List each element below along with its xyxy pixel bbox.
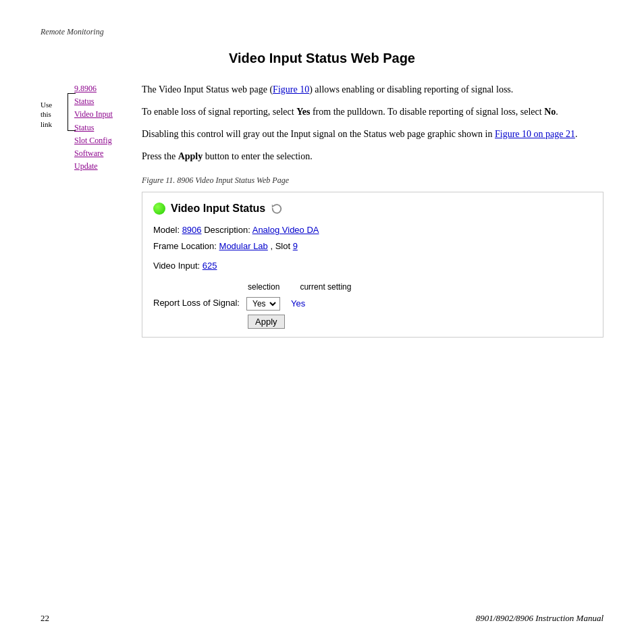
video-input-label: Video Input: xyxy=(153,261,203,271)
report-loss-label: Report Loss of Signal: xyxy=(153,298,246,309)
page-footer: 22 8901/8902/8906 Instruction Manual xyxy=(41,613,603,624)
figure-caption: Figure 11. 8906 Video Input Status Web P… xyxy=(142,174,603,186)
control-row: Report Loss of Signal: Yes No Yes xyxy=(153,297,592,311)
left-nav: Usethislink 9.8906 Status Video Input St… xyxy=(41,82,128,338)
webmockup-model-line: Model: 8906 Description: Analog Video DA xyxy=(153,223,592,237)
content-layout: Usethislink 9.8906 Status Video Input St… xyxy=(41,82,603,338)
nav-item-video-input-status[interactable]: Video Input Status xyxy=(74,108,128,134)
para-2: To enable loss of signal reporting, sele… xyxy=(142,105,603,119)
desc-label: Description: xyxy=(202,225,252,235)
para1-end: ) allows enabling or disabling reporting… xyxy=(309,84,513,95)
apply-button[interactable]: Apply xyxy=(248,315,285,329)
webmockup-title: Video Input Status xyxy=(171,200,265,217)
webmockup-title-row: Video Input Status xyxy=(153,200,592,217)
para-1: The Video Input Status web page (Figure … xyxy=(142,82,603,97)
right-content: The Video Input Status web page (Figure … xyxy=(142,82,603,338)
frame-link1[interactable]: Modular Lab xyxy=(219,241,268,251)
nav-item-slot-config[interactable]: Slot Config xyxy=(74,134,128,147)
col-selection: selection xyxy=(248,281,279,293)
use-this-link-label: Usethislink xyxy=(41,100,65,129)
footer-page-number: 22 xyxy=(41,613,49,624)
nav-bracket xyxy=(68,93,76,131)
page-title: Video Input Status Web Page xyxy=(41,51,603,66)
frame-slot: 9 xyxy=(293,241,298,251)
frame-mid: , Slot xyxy=(268,241,293,251)
nav-item-software-update[interactable]: Software Update xyxy=(74,147,128,173)
col-current: current setting xyxy=(300,281,351,293)
nav-item-status[interactable]: Status xyxy=(74,95,128,108)
current-value: Yes xyxy=(291,297,305,311)
figure10-link[interactable]: Figure 10 xyxy=(273,84,309,95)
footer-manual-title: 8901/8902/8906 Instruction Manual xyxy=(476,613,603,624)
model-value: 8906 xyxy=(182,225,202,235)
refresh-icon xyxy=(271,203,283,215)
nav-links: 9.8906 Status Video Input Status Slot Co… xyxy=(74,82,128,173)
yes-no-select[interactable]: Yes No xyxy=(248,298,278,309)
model-label: Model: xyxy=(153,225,182,235)
desc-value: Analog Video DA xyxy=(252,225,319,235)
page-container: Remote Monitoring Video Input Status Web… xyxy=(0,0,644,644)
column-headers: selection current setting xyxy=(248,281,592,293)
control-select-area: Yes No Yes xyxy=(246,297,305,311)
para1-text: The Video Input Status web page ( xyxy=(142,84,273,95)
frame-label: Frame Location: xyxy=(153,241,219,251)
figure10-page21-link[interactable]: Figure 10 on page 21 xyxy=(495,129,575,139)
para-4: Press the Apply button to enter the sele… xyxy=(142,149,603,163)
nav-item-8906[interactable]: 9.8906 xyxy=(74,82,128,95)
video-input-row: Video Input: 625 xyxy=(153,259,592,273)
webmockup-frame-line: Frame Location: Modular Lab , Slot 9 xyxy=(153,240,592,253)
video-input-value: 625 xyxy=(203,261,217,271)
para-3: Disabling this control will gray out the… xyxy=(142,127,603,141)
breadcrumb: Remote Monitoring xyxy=(41,27,603,37)
yes-no-select-box[interactable]: Yes No xyxy=(246,297,280,311)
status-green-circle xyxy=(153,203,165,215)
webmockup: Video Input Status Model: 8906 Descripti… xyxy=(142,192,603,338)
